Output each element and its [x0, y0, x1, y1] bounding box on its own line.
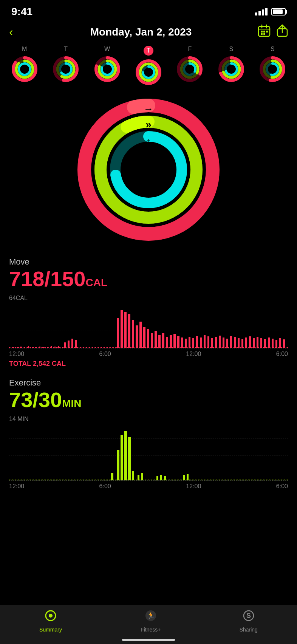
- svg-rect-76: [71, 339, 73, 348]
- day-monday[interactable]: M: [10, 46, 39, 84]
- svg-rect-65: [28, 346, 29, 348]
- svg-rect-106: [223, 337, 224, 348]
- svg-rect-97: [189, 337, 190, 348]
- svg-rect-95: [181, 337, 183, 348]
- svg-rect-90: [162, 333, 164, 348]
- svg-rect-99: [196, 336, 198, 348]
- move-chart-time-labels: 12:00 6:00 12:00 6:00: [9, 351, 288, 358]
- share-icon[interactable]: [277, 24, 288, 40]
- exercise-section: Exercise 73/30MIN 14 MIN: [0, 374, 297, 490]
- nav-sharing[interactable]: S Sharing: [240, 610, 258, 633]
- day-saturday[interactable]: S: [217, 46, 246, 84]
- svg-rect-131: [156, 476, 158, 480]
- home-indicator: [122, 639, 175, 641]
- svg-rect-81: [128, 314, 130, 348]
- svg-rect-70: [47, 347, 48, 348]
- svg-rect-6: [263, 33, 265, 35]
- signal-icon: [255, 8, 268, 15]
- move-chart: 64CAL: [9, 295, 288, 368]
- svg-rect-93: [173, 334, 176, 348]
- day-sunday[interactable]: S: [258, 46, 287, 84]
- back-button[interactable]: ‹: [9, 25, 24, 39]
- exercise-goal: 30: [39, 388, 62, 412]
- svg-rect-69: [43, 347, 44, 348]
- bottom-nav: Summary 🏃 Fitness+ S Sharing: [0, 605, 297, 644]
- svg-rect-107: [226, 339, 228, 348]
- svg-rect-88: [155, 331, 157, 348]
- calendar-icon[interactable]: [258, 24, 271, 40]
- svg-rect-86: [147, 329, 149, 348]
- svg-rect-119: [272, 339, 274, 348]
- page-title: Monday, Jan 2, 2023: [24, 26, 258, 38]
- svg-rect-122: [283, 339, 285, 348]
- move-value: 718/150CAL: [9, 268, 288, 289]
- move-current: 718: [9, 267, 44, 291]
- svg-rect-109: [234, 337, 236, 348]
- svg-rect-67: [36, 347, 37, 348]
- svg-rect-101: [204, 335, 206, 348]
- svg-rect-115: [257, 337, 258, 348]
- svg-rect-135: [187, 474, 189, 480]
- svg-rect-100: [200, 337, 202, 348]
- exercise-label: Exercise: [9, 378, 288, 388]
- nav-fitness[interactable]: 🏃 Fitness+: [141, 610, 161, 633]
- fitness-label: Fitness+: [141, 627, 161, 633]
- svg-rect-133: [164, 476, 166, 480]
- svg-rect-87: [151, 333, 153, 348]
- summary-label: Summary: [39, 627, 62, 633]
- exercise-current: 73: [9, 388, 32, 412]
- svg-rect-111: [241, 339, 243, 348]
- svg-rect-77: [75, 340, 77, 348]
- move-chart-max: 64CAL: [9, 295, 288, 302]
- day-wednesday[interactable]: W: [93, 46, 122, 84]
- svg-rect-124: [117, 450, 119, 480]
- header-actions: [258, 24, 288, 40]
- svg-rect-80: [124, 312, 127, 348]
- svg-rect-92: [170, 335, 172, 348]
- svg-rect-121: [279, 338, 281, 348]
- svg-rect-82: [132, 320, 134, 348]
- svg-text:🏃: 🏃: [147, 611, 155, 620]
- svg-rect-116: [260, 338, 262, 348]
- svg-rect-89: [158, 335, 161, 348]
- svg-rect-102: [207, 336, 209, 348]
- ring-mini-monday: [10, 55, 39, 84]
- ring-mini-tuesday: [51, 55, 80, 84]
- svg-rect-79: [121, 310, 123, 348]
- day-friday[interactable]: F: [175, 46, 204, 84]
- sharing-label: Sharing: [240, 627, 258, 633]
- main-ring-section: → » ↑: [0, 90, 297, 253]
- svg-rect-75: [68, 341, 70, 348]
- exercise-chart: 14 MIN: [9, 416, 288, 490]
- day-tuesday[interactable]: T: [51, 46, 80, 84]
- svg-rect-5: [261, 33, 263, 35]
- header: ‹ Monday, Jan 2, 2023: [0, 20, 297, 46]
- svg-rect-108: [230, 336, 232, 348]
- move-goal: 150: [50, 267, 85, 291]
- svg-rect-85: [143, 327, 145, 348]
- svg-rect-130: [141, 473, 143, 480]
- svg-rect-129: [138, 475, 139, 480]
- ring-mini-thursday: [134, 58, 163, 87]
- fitness-icon: 🏃: [145, 610, 157, 624]
- svg-rect-126: [124, 431, 127, 480]
- day-thursday[interactable]: T: [134, 46, 163, 87]
- sharing-icon: S: [243, 610, 255, 624]
- svg-rect-105: [219, 336, 221, 348]
- nav-summary[interactable]: Summary: [39, 610, 62, 633]
- svg-rect-125: [121, 435, 123, 480]
- svg-point-16: [19, 63, 30, 75]
- svg-rect-71: [51, 346, 52, 348]
- svg-rect-73: [58, 346, 59, 348]
- status-bar: 9:41: [0, 0, 297, 20]
- summary-icon: [45, 610, 57, 624]
- svg-rect-114: [253, 338, 255, 348]
- svg-rect-91: [166, 337, 168, 348]
- svg-rect-63: [20, 347, 22, 348]
- move-unit: CAL: [85, 277, 107, 288]
- move-chart-canvas: [9, 303, 288, 348]
- svg-rect-84: [139, 322, 142, 348]
- svg-rect-74: [64, 342, 66, 348]
- svg-rect-103: [211, 338, 213, 348]
- svg-rect-120: [275, 340, 277, 348]
